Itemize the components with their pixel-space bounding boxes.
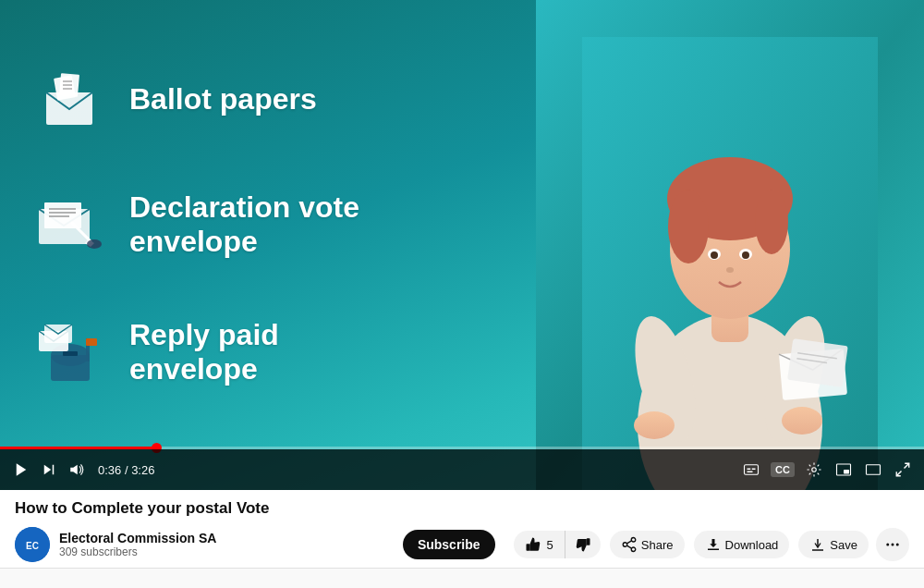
action-buttons: 5 bbox=[514, 528, 909, 561]
svg-line-53 bbox=[905, 463, 909, 468]
save-label: Save bbox=[830, 538, 857, 552]
channel-avatar[interactable]: EC bbox=[15, 527, 50, 562]
time-display: 0:36 / 3:26 bbox=[98, 463, 154, 477]
svg-point-13 bbox=[87, 239, 102, 249]
share-button[interactable]: Share bbox=[610, 531, 685, 558]
like-dislike-group: 5 bbox=[514, 531, 601, 558]
svg-rect-20 bbox=[86, 338, 97, 346]
svg-point-36 bbox=[782, 407, 822, 435]
channel-row: EC Electoral Commission SA 309 subscribe… bbox=[15, 527, 909, 562]
video-player[interactable]: Ballot papers bbox=[0, 0, 924, 490]
subscribe-button[interactable]: Subscribe bbox=[403, 530, 495, 559]
subtitles-button[interactable] bbox=[741, 459, 761, 480]
download-label: Download bbox=[725, 538, 779, 552]
svg-point-64 bbox=[892, 544, 894, 546]
svg-line-60 bbox=[626, 541, 631, 544]
svg-rect-7 bbox=[44, 202, 81, 228]
svg-marker-41 bbox=[17, 463, 27, 476]
thumbs-up-icon bbox=[525, 536, 541, 553]
ballot-item: Ballot papers bbox=[37, 67, 444, 131]
more-options-button[interactable] bbox=[876, 528, 909, 561]
next-button[interactable] bbox=[39, 459, 59, 480]
video-overlay-text: Ballot papers bbox=[37, 37, 444, 416]
svg-rect-51 bbox=[844, 470, 849, 474]
svg-point-31 bbox=[742, 251, 749, 259]
download-icon bbox=[705, 536, 722, 553]
svg-point-49 bbox=[812, 468, 817, 472]
save-icon bbox=[809, 536, 826, 553]
cc-button[interactable]: CC bbox=[771, 462, 795, 477]
share-icon bbox=[621, 536, 638, 553]
svg-point-26 bbox=[668, 190, 709, 263]
download-button[interactable]: Download bbox=[694, 531, 790, 558]
svg-rect-16 bbox=[63, 351, 78, 356]
channel-name[interactable]: Electoral Commission SA bbox=[59, 531, 390, 545]
svg-point-30 bbox=[711, 251, 718, 259]
channel-info: Electoral Commission SA 309 subscribers bbox=[59, 531, 390, 558]
ballot-text: Ballot papers bbox=[129, 82, 317, 116]
declaration-text: Declaration vote envelope bbox=[129, 190, 359, 259]
svg-line-59 bbox=[626, 545, 631, 548]
like-count: 5 bbox=[547, 538, 553, 552]
svg-point-65 bbox=[896, 544, 899, 546]
svg-marker-44 bbox=[70, 465, 78, 475]
reply-text: Reply paid envelope bbox=[129, 318, 279, 386]
channel-subscribers: 309 subscribers bbox=[59, 545, 390, 558]
thumbs-down-icon bbox=[575, 536, 591, 553]
presenter-silhouette bbox=[582, 37, 878, 490]
share-label: Share bbox=[641, 538, 674, 552]
fullscreen-button[interactable] bbox=[893, 459, 913, 480]
svg-point-63 bbox=[886, 544, 889, 546]
presenter-area bbox=[536, 0, 924, 490]
play-button[interactable] bbox=[11, 459, 31, 480]
svg-line-54 bbox=[896, 472, 901, 476]
svg-point-27 bbox=[755, 190, 788, 254]
theater-button[interactable] bbox=[863, 459, 883, 480]
svg-point-32 bbox=[726, 267, 734, 273]
dislike-button[interactable] bbox=[565, 531, 601, 558]
declaration-item: Declaration vote envelope bbox=[37, 190, 444, 259]
declaration-icon bbox=[37, 192, 111, 257]
settings-button[interactable] bbox=[804, 459, 824, 480]
miniplayer-button[interactable] bbox=[833, 459, 854, 480]
volume-button[interactable] bbox=[67, 459, 87, 480]
like-button[interactable]: 5 bbox=[514, 531, 565, 558]
svg-rect-43 bbox=[53, 465, 55, 475]
reply-item: Reply paid envelope bbox=[37, 318, 444, 386]
svg-text:EC: EC bbox=[26, 541, 39, 551]
svg-rect-52 bbox=[867, 465, 881, 475]
svg-point-35 bbox=[634, 411, 675, 439]
svg-marker-42 bbox=[44, 465, 52, 475]
reply-icon bbox=[37, 320, 111, 385]
svg-rect-57 bbox=[526, 544, 529, 551]
video-info-section: How to Complete your postal Vote EC Elec… bbox=[0, 490, 924, 569]
svg-rect-58 bbox=[587, 538, 590, 545]
video-title: How to Complete your postal Vote bbox=[15, 499, 909, 518]
video-controls-bar: 0:36 / 3:26 CC bbox=[0, 449, 924, 490]
save-button[interactable]: Save bbox=[798, 531, 869, 558]
svg-rect-45 bbox=[745, 465, 759, 475]
svg-rect-38 bbox=[787, 338, 848, 387]
ballot-icon bbox=[37, 67, 111, 131]
more-icon bbox=[884, 536, 901, 553]
